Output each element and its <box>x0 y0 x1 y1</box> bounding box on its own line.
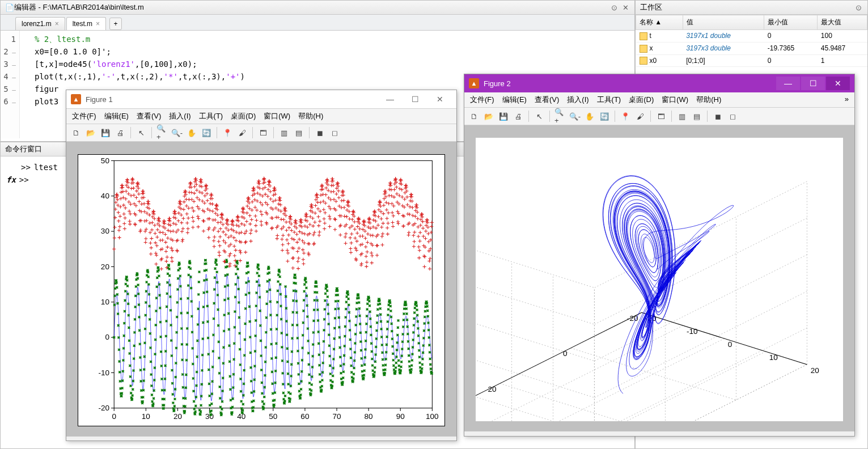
toolbar-button[interactable]: ◼ <box>712 110 724 122</box>
toolbar-button[interactable]: 🔍+ <box>156 126 168 139</box>
svg-line-63 <box>553 351 766 421</box>
toolbar-button[interactable]: 🗔 <box>655 110 667 122</box>
workspace-row[interactable]: x0 [0;1;0]01 <box>636 54 867 67</box>
close-button[interactable]: ✕ <box>428 92 452 106</box>
toolbar-button[interactable]: 💾 <box>497 110 510 122</box>
menu-item[interactable]: 插入(I) <box>169 111 190 121</box>
menu-item[interactable]: 桌面(D) <box>629 95 654 105</box>
toolbar-button[interactable]: 💾 <box>99 126 112 139</box>
menu-item[interactable]: 帮助(H) <box>696 95 721 105</box>
toolbar-button[interactable]: 🖨 <box>114 126 126 139</box>
svg-text:0: 0 <box>728 340 732 349</box>
tab-lorenz1[interactable]: lorenz1.m × <box>15 17 65 30</box>
file-icon: 📄 <box>5 3 14 12</box>
toolbar-button[interactable]: ✋ <box>185 126 198 139</box>
toolbar-button[interactable]: 📍 <box>221 126 234 139</box>
toolbar-button[interactable]: ▥ <box>278 126 290 139</box>
svg-text:10: 10 <box>769 353 778 362</box>
menu-item[interactable]: 文件(F) <box>470 95 494 105</box>
toolbar-button[interactable]: ↖ <box>135 126 147 139</box>
figure1-axes[interactable]: 0102030405060708090100-20-1001020304050 <box>78 154 445 426</box>
figure1-window[interactable]: ▲ Figure 1 — ☐ ✕ 文件(F)编辑(E)查看(V)插入(I)工具(… <box>66 90 457 441</box>
svg-text:80: 80 <box>365 412 373 421</box>
toolbar-button[interactable]: ▥ <box>676 110 688 122</box>
tab-label: ltest.m <box>73 20 92 28</box>
menu-item[interactable]: 工具(T) <box>199 111 223 121</box>
figure1-toolbar: 🗋📂💾🖨↖🔍+🔍-✋🔄📍🖌🗔▥▤◼◻ <box>66 124 456 142</box>
workspace-row[interactable]: t 3197x1 double0100 <box>636 30 867 43</box>
workspace-col-header[interactable]: 名称 ▲ <box>636 15 683 30</box>
dropdown-icon[interactable]: ⊙ <box>609 3 619 12</box>
svg-line-61 <box>476 325 683 421</box>
toolbar-button[interactable]: 🔄 <box>200 126 213 139</box>
menu-item[interactable]: 窗口(W) <box>264 111 290 121</box>
menu-item[interactable]: 窗口(W) <box>662 95 688 105</box>
svg-line-68 <box>476 419 594 421</box>
workspace-col-header[interactable]: 最大值 <box>818 15 867 30</box>
menu-item[interactable]: 查看(V) <box>535 95 559 105</box>
svg-line-58 <box>476 273 594 325</box>
maximize-button[interactable]: ☐ <box>403 92 427 106</box>
figure1-menubar: 文件(F)编辑(E)查看(V)插入(I)工具(T)桌面(D)窗口(W)帮助(H) <box>66 109 456 124</box>
menu-item[interactable]: 桌面(D) <box>231 111 256 121</box>
toolbar-button[interactable]: 🗋 <box>468 110 480 122</box>
toolbar-button[interactable]: 🖌 <box>236 126 248 139</box>
toolbar-button[interactable]: 📍 <box>619 110 632 122</box>
close-button[interactable]: ✕ <box>826 77 850 90</box>
menu-item[interactable]: 工具(T) <box>597 95 621 105</box>
matlab-icon: ▲ <box>469 78 479 88</box>
workspace-col-header[interactable]: 最小值 <box>764 15 818 30</box>
minimize-button[interactable]: — <box>776 77 800 90</box>
figure2-titlebar[interactable]: ▲ Figure 2 — ☐ ✕ <box>464 74 854 92</box>
toolbar-button[interactable]: ▤ <box>293 126 305 139</box>
menu-item[interactable]: 编辑(E) <box>104 111 129 121</box>
dropdown-icon[interactable]: ⊙ <box>854 3 863 12</box>
figure2-axes[interactable]: 01020304050-2002040-20-1001020 <box>476 138 843 421</box>
toolbar-button[interactable]: 🗋 <box>70 126 82 139</box>
menu-item[interactable]: 编辑(E) <box>502 95 527 105</box>
menu-item[interactable]: 插入(I) <box>567 95 588 105</box>
tab-close-icon[interactable]: × <box>96 20 100 28</box>
svg-line-69 <box>642 312 807 365</box>
toolbar-button[interactable]: 🗔 <box>257 126 269 139</box>
toolbar-button[interactable]: 🔍- <box>569 110 581 122</box>
toolbar-button[interactable]: ◼ <box>314 126 326 139</box>
variable-icon <box>640 32 647 40</box>
toolbar-button[interactable]: 🔍+ <box>554 110 566 122</box>
svg-line-57 <box>476 309 594 361</box>
editor-title: 编辑器 - F:\MATLAB\R2014a\bin\ltest.m <box>14 2 609 12</box>
figure1-titlebar[interactable]: ▲ Figure 1 — ☐ ✕ <box>66 90 456 109</box>
minimize-button[interactable]: — <box>378 92 402 106</box>
toolbar-button[interactable]: 📂 <box>482 110 495 122</box>
svg-text:20: 20 <box>101 262 109 271</box>
svg-line-44 <box>594 328 807 421</box>
tab-ltest[interactable]: ltest.m × <box>66 17 106 30</box>
toolbar-button[interactable]: ◻ <box>328 126 341 139</box>
workspace-col-header[interactable]: 值 <box>683 15 764 30</box>
tab-close-icon[interactable]: × <box>55 20 59 28</box>
toolbar-button[interactable]: 🔍- <box>171 126 183 139</box>
toolbar-overflow-icon[interactable]: » <box>845 95 849 105</box>
svg-line-64 <box>594 365 807 421</box>
figure2-title: Figure 2 <box>484 79 511 88</box>
workspace-header: 工作区 ⊙ <box>636 1 867 15</box>
tab-add-button[interactable]: + <box>109 18 122 30</box>
toolbar-button[interactable]: 📂 <box>84 126 97 139</box>
menu-item[interactable]: 帮助(H) <box>298 111 323 121</box>
menu-item[interactable]: 查看(V) <box>137 111 161 121</box>
svg-line-59 <box>476 236 594 288</box>
maximize-button[interactable]: ☐ <box>801 77 825 90</box>
toolbar-button[interactable]: ▤ <box>691 110 703 122</box>
figure2-window[interactable]: ▲ Figure 2 — ☐ ✕ 文件(F)编辑(E)查看(V)插入(I)工具(… <box>464 74 855 437</box>
toolbar-button[interactable]: 🔄 <box>598 110 611 122</box>
svg-text:20: 20 <box>811 366 819 375</box>
toolbar-button[interactable]: ◻ <box>726 110 739 122</box>
close-icon[interactable]: ✕ <box>621 3 630 12</box>
menu-item[interactable]: 文件(F) <box>72 111 96 121</box>
toolbar-button[interactable]: 🖌 <box>634 110 646 122</box>
toolbar-button[interactable]: ✋ <box>583 110 596 122</box>
toolbar-button[interactable]: ↖ <box>533 110 545 122</box>
svg-line-43 <box>594 365 807 421</box>
toolbar-button[interactable]: 🖨 <box>512 110 524 122</box>
workspace-row[interactable]: x 3197x3 double-19.736545.9487 <box>636 42 867 54</box>
